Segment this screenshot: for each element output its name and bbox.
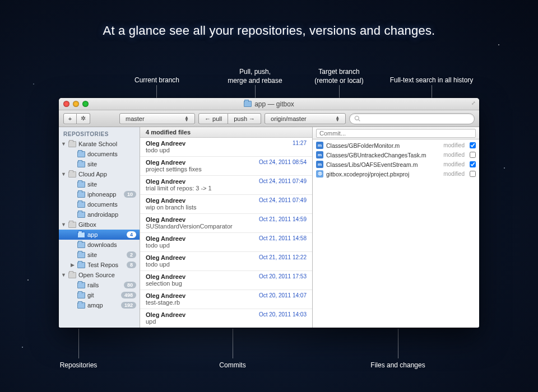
sidebar-item[interactable]: iphoneapp10 xyxy=(59,189,140,199)
commit-row[interactable]: Oleg AndreevOct 20, 2011 17:53selection … xyxy=(140,271,312,290)
commit-message: trial limit of repos: 3 -> 1 xyxy=(146,185,307,192)
target-branch-dropdown[interactable]: origin/master ▲▼ xyxy=(265,113,346,124)
settings-button[interactable]: ✲ xyxy=(77,113,90,124)
sidebar-group[interactable]: ▼Open Source xyxy=(59,270,140,280)
commit-message: SUStandardVersionComparator xyxy=(146,223,307,230)
target-branch-label: origin/master xyxy=(271,115,307,122)
sidebar-item[interactable]: amqp192 xyxy=(59,300,140,310)
callout-pull-push: Pull, push, merge and rebase xyxy=(221,67,289,85)
titlebar[interactable]: app — gitbox ⤢ xyxy=(59,98,479,110)
commit-row[interactable]: Oleg AndreevOct 21, 2011 14:59SUStandard… xyxy=(140,214,312,233)
count-badge: 10 xyxy=(124,191,136,198)
commit-message-input[interactable] xyxy=(316,129,476,138)
folder-icon xyxy=(68,222,76,228)
file-stage-checkbox[interactable] xyxy=(470,152,476,158)
file-row[interactable]: ⦿gitbox.xcodeproj/project.pbxprojmodifie… xyxy=(313,169,479,179)
file-status: modified xyxy=(443,161,465,167)
sidebar-item[interactable]: downloads xyxy=(59,240,140,250)
filetype-icon: m xyxy=(316,151,323,158)
sidebar-group-label: Open Source xyxy=(78,272,115,278)
folder-icon xyxy=(77,262,85,268)
folder-icon xyxy=(68,141,76,147)
sidebar-item[interactable]: app4 xyxy=(59,230,140,240)
commit-author: Oleg Andreev xyxy=(146,216,185,223)
sidebar-item-label: site xyxy=(87,161,97,167)
count-badge: 192 xyxy=(121,302,136,309)
sidebar-item[interactable]: site2 xyxy=(59,250,140,260)
sidebar-item-label: git xyxy=(87,292,94,298)
folder-icon xyxy=(244,101,252,107)
file-name: Classes/GBUntrackedChangesTask.m xyxy=(326,152,440,158)
folder-icon xyxy=(77,151,85,157)
sidebar-item-label: app xyxy=(87,231,98,238)
pull-button[interactable]: ← pull xyxy=(198,113,228,124)
sidebar-item[interactable]: ▶Test Repos8 xyxy=(59,260,140,270)
sidebar-item[interactable]: site xyxy=(59,159,140,169)
sidebar-item[interactable]: documents xyxy=(59,199,140,209)
sidebar-item[interactable]: rails80 xyxy=(59,280,140,290)
sidebar-group[interactable]: ▼Gitbox xyxy=(59,220,140,230)
folder-icon xyxy=(68,272,76,278)
svg-point-0 xyxy=(355,116,359,120)
count-badge: 498 xyxy=(121,292,136,298)
commit-time: Oct 20, 2011 14:07 xyxy=(259,292,307,299)
commit-time: Oct 24, 2011 08:54 xyxy=(259,159,307,166)
window-fullscreen-icon[interactable]: ⤢ xyxy=(471,100,476,106)
file-stage-checkbox[interactable] xyxy=(470,142,476,148)
count-badge: 4 xyxy=(127,231,136,238)
commit-author: Oleg Andreev xyxy=(146,311,185,318)
sidebar-group-label: Gitbox xyxy=(78,221,96,228)
svg-line-1 xyxy=(359,120,360,122)
file-row[interactable]: mClasses/Libs/OAFSEventStream.mmodified xyxy=(313,160,479,169)
commit-author: Oleg Andreev xyxy=(146,178,185,185)
commit-row[interactable]: Oleg AndreevOct 21, 2011 14:58todo upd xyxy=(140,233,312,252)
folder-icon xyxy=(77,292,85,298)
folder-icon xyxy=(77,212,85,218)
sidebar-group[interactable]: ▼Karate School xyxy=(59,139,140,149)
sidebar-item[interactable]: site xyxy=(59,179,140,189)
commit-row[interactable]: Oleg AndreevOct 24, 2011 07:49trial limi… xyxy=(140,176,312,195)
commit-row[interactable]: Oleg AndreevOct 24, 2011 08:54project se… xyxy=(140,157,312,176)
filetype-icon: m xyxy=(316,142,323,149)
commit-row[interactable]: Oleg Andreev11:27todo upd xyxy=(140,138,312,157)
commit-time: Oct 20, 2011 17:53 xyxy=(259,273,307,280)
sidebar-item-label: Test Repos xyxy=(87,262,118,268)
current-branch-dropdown[interactable]: master ▲▼ xyxy=(119,113,195,124)
search-field[interactable] xyxy=(349,113,475,124)
file-row[interactable]: mClasses/GBUntrackedChangesTask.mmodifie… xyxy=(313,150,479,160)
commit-row[interactable]: Oleg AndreevOct 24, 2011 07:49wip on bra… xyxy=(140,195,312,214)
sidebar-group[interactable]: ▼Cloud App xyxy=(59,169,140,179)
page-headline: At a glance see all your repositories, v… xyxy=(0,0,538,38)
push-button[interactable]: push → xyxy=(228,113,261,124)
window-minimize-icon[interactable] xyxy=(73,101,79,107)
count-badge: 2 xyxy=(127,251,136,258)
folder-icon xyxy=(77,232,85,238)
commit-author: Oleg Andreev xyxy=(146,254,185,261)
callout-current-branch: Current branch xyxy=(123,76,191,85)
window-close-icon[interactable] xyxy=(63,101,69,107)
commit-row[interactable]: Oleg AndreevOct 20, 2011 14:03upd xyxy=(140,309,312,328)
window-zoom-icon[interactable] xyxy=(82,101,89,107)
file-row[interactable]: mClasses/GBFolderMonitor.mmodified xyxy=(313,141,479,150)
commit-row[interactable]: Oleg AndreevOct 21, 2011 12:22todo upd xyxy=(140,252,312,271)
commit-message: upd xyxy=(146,318,307,325)
sidebar-item[interactable]: documents xyxy=(59,149,140,159)
sidebar-item-label: downloads xyxy=(87,241,117,248)
commit-row[interactable]: Oleg AndreevOct 20, 2011 14:07test-stage… xyxy=(140,290,312,309)
commits-header: 4 modified files xyxy=(140,127,312,138)
current-branch-label: master xyxy=(126,115,145,122)
filetype-icon: m xyxy=(316,161,323,168)
disclosure-icon: ▼ xyxy=(61,222,66,227)
sidebar-item[interactable]: androidapp xyxy=(59,209,140,220)
search-input[interactable] xyxy=(363,115,470,122)
commit-time: Oct 21, 2011 14:59 xyxy=(259,216,307,223)
file-stage-checkbox[interactable] xyxy=(470,171,476,177)
filetype-icon: ⦿ xyxy=(316,170,323,178)
folder-icon xyxy=(77,252,85,258)
add-button[interactable]: + xyxy=(63,113,77,124)
sidebar-item[interactable]: git498 xyxy=(59,290,140,300)
file-stage-checkbox[interactable] xyxy=(470,161,476,167)
window-title: app — gitbox xyxy=(59,100,479,108)
commit-time: Oct 20, 2011 14:03 xyxy=(259,311,307,318)
folder-icon xyxy=(77,282,85,288)
